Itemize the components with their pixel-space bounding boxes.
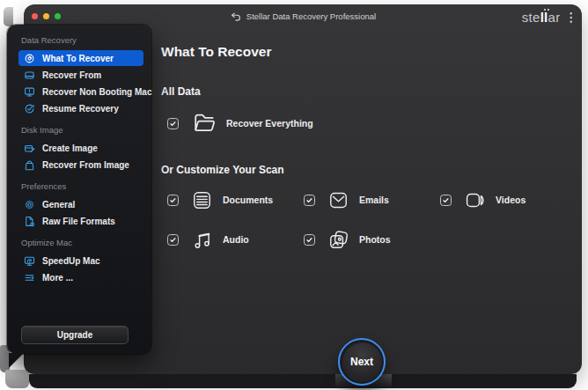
documents-icon [190,190,214,210]
sidebar-panel: Data RecoveryWhat To RecoverRecover From… [7,25,151,354]
sidebar-section-header-disk-image: Disk Image [21,125,143,135]
videos-checkbox[interactable] [440,195,452,206]
scan-item-label: Photos [359,234,391,245]
sidebar-item-recover-non-booting-mac[interactable]: Recover Non Booting Mac [18,84,143,99]
gear-icon [24,199,35,210]
next-button[interactable]: Next [338,338,386,386]
audio-checkbox[interactable] [167,234,179,246]
kebab-menu-button[interactable] [570,11,573,24]
documents-checkbox[interactable] [167,195,179,206]
sidebar-section-header-data-recovery: Data Recovery [21,35,143,45]
scan-item-photos: Photos [304,224,440,254]
scan-item-label: Emails [359,195,389,205]
sidebar-item-speedup-mac[interactable]: SpeedUp Mac [18,253,143,269]
scan-item-label: Documents [223,195,273,205]
scan-item-videos: Videos [440,185,577,215]
window-bottom-reflection [29,374,577,388]
sidebar-item-recover-from[interactable]: Recover From [18,67,143,83]
next-button-label: Next [350,356,373,368]
sidebar-nav: Data RecoveryWhat To RecoverRecover From… [7,25,151,285]
imac-icon [24,86,35,98]
file-gear-icon [24,216,35,227]
recover-everything-checkbox[interactable] [167,118,179,129]
target-icon [24,53,35,64]
sidebar-item-raw-file-formats[interactable]: Raw File Formats [18,213,143,229]
folder-open-icon [190,111,219,136]
videos-icon [463,190,487,210]
drive-icon [24,70,35,81]
scan-item-documents: Documents [167,185,304,215]
more-lines-icon [24,272,35,283]
scan-item-label: Audio [223,234,249,245]
sidebar-item-label: Recover Non Booting Mac [42,87,151,97]
scan-item-recover-everything: Recover Everything [167,107,313,139]
sidebar-item-create-image[interactable]: Create Image [18,140,143,156]
sidebar-section-header-preferences: Preferences [21,181,143,191]
titlebar-right: stellar [522,4,572,30]
sidebar-item-label: Create Image [42,143,98,153]
sidebar-item-label: Recover From Image [42,160,129,170]
section-heading-customize: Or Customize Your Scan [161,164,284,176]
logo-text-bold: ll [540,10,548,25]
sidebar-item-label: More ... [42,273,73,283]
check-icon [305,196,313,204]
sidebar-item-resume-recovery[interactable]: Resume Recovery [18,100,143,116]
speedup-icon [24,255,35,267]
scan-item-label: Recover Everything [226,118,313,129]
sidebar-item-more[interactable]: More ... [18,269,143,285]
sidebar-item-label: Recover From [42,70,101,80]
section-heading-all-data: All Data [161,85,201,98]
check-icon [442,196,450,204]
logo-text: ar [548,10,561,25]
scan-item-label: Videos [496,195,526,205]
sidebar-section-header-optimize-mac: Optimize Mac [21,238,143,247]
audio-icon [190,230,214,250]
check-icon [169,196,177,204]
scan-item-emails: Emails [304,185,440,215]
create-image-icon [24,143,35,154]
sidebar-item-what-to-recover[interactable]: What To Recover [18,50,143,66]
sidebar-item-label: General [42,200,75,210]
screen: Stellar Data Recovery Professional stell… [0,0,588,390]
logo-umlaut-dots [544,9,549,11]
check-icon [169,120,177,128]
background-window-edge-top [4,7,13,26]
back-arrow-icon[interactable] [230,12,241,21]
sidebar-item-label: Raw File Formats [42,217,115,226]
scan-options-grid: DocumentsEmailsVideosAudioPhotos [167,185,577,254]
window-title: Stellar Data Recovery Professional [246,11,376,21]
sidebar-tail [9,353,24,368]
stellar-logo: stellar [522,11,561,24]
emails-checkbox[interactable] [304,195,315,206]
sidebar-item-general[interactable]: General [18,196,143,212]
image-bag-icon [24,159,35,171]
logo-text: ste [522,10,540,25]
check-icon [169,236,177,244]
check-icon [305,236,313,244]
sidebar-item-label: Resume Recovery [42,104,119,114]
photos-icon [327,230,350,250]
emails-icon [327,190,350,210]
resume-icon [24,103,35,114]
sidebar-item-label: What To Recover [42,54,114,63]
background-window-corner [5,370,29,388]
page-title: What To Recover [161,44,271,60]
scan-item-audio: Audio [167,224,304,254]
upgrade-button[interactable]: Upgrade [21,326,129,344]
photos-checkbox[interactable] [304,234,315,246]
sidebar-item-label: SpeedUp Mac [42,256,100,266]
sidebar-item-recover-from-image[interactable]: Recover From Image [18,157,143,173]
